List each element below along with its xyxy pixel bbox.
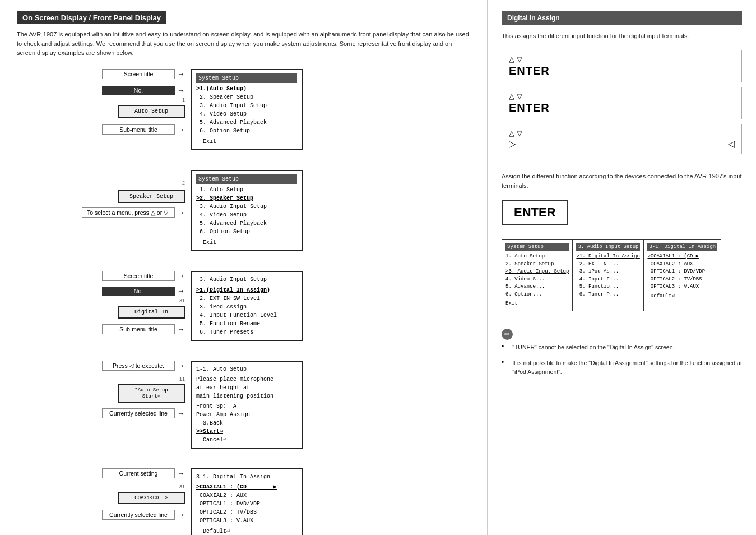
right-section-title: Digital In Assign [502,11,742,25]
nested-screen-2: 3. Audio Input Setup >1. Digital In Assi… [572,239,644,311]
ns1-l3: >3. Audio Input Setup [505,268,569,276]
screen5-line4: OPTICAL2 : TV/DBS [196,508,297,516]
ns2-l6: 6. Tuner P... [576,291,640,299]
left-panel: On Screen Display / Front Panel Display … [0,0,488,535]
screen5-default: Default⏎ [196,527,297,536]
screen-2: System Setup 1. Auto Setup >2. Speaker S… [191,170,303,251]
screen1-exit: Exit [196,137,297,146]
label-screen-title-1: Screen title [102,69,175,79]
screen2-header: System Setup [196,174,297,184]
ns2-l5: 5. Functio... [576,283,640,291]
ns1-l6: 6. Option... [505,291,569,299]
screen2-line3: 3. Audio Input Setup [196,202,297,211]
row5-screen: 3-1. Digital In Assign >COAXIAL1 : (CD ▶… [191,468,470,536]
ns3-default: Default⏎ [647,293,717,301]
divider-2 [502,320,742,320]
screen1-line2: 2. Speaker Setup [196,93,297,102]
screen1-line5: 5. Advanced Playback [196,118,297,127]
screen4-line7: >>Start⏎ [196,427,297,436]
row1-left: Screen title → No. → 1 Auto Setup [17,69,191,135]
row5-left: Current setting → 31 COAX1<CD > Currentl… [17,468,191,520]
step-2-box: △ ▽ ENTER [502,87,742,119]
screen4-line2: at ear height at [196,384,297,392]
label-press-exec: Press ◁ to execute. [102,361,175,371]
ns2-l3: 3. iPod As... [576,268,640,276]
right-panel: Digital In Assign This assigns the diffe… [488,0,756,535]
nested-screen-3: 3-1. Digital In Assign >COAXIAL1 : (CD ▶… [643,239,721,311]
notes-section: ✏ • "TUNER" cannot be selected on the "D… [502,329,742,380]
screen5-line5: OPTICAL3 : V.AUX [196,516,297,525]
label-screen-title-3: Screen title [102,271,175,281]
screen-1: System Setup >1.(Auto Setup) 2. Speaker … [191,69,303,150]
diagram-row-3: Screen title → No. → 31 Digital In Sub-m… [17,271,470,341]
ns2-l1: >1. Digital In Assign [576,253,640,261]
front-display-2: Speaker Setup [118,190,185,203]
diagram-row-4: Press ◁ to execute. → 11 *Auto Setup Sta… [17,361,470,449]
diagram-row-2: 2 Speaker Setup To select a menu, press … [17,170,470,251]
row3-screen: 3. Audio Input Setup >1.(Digital In Assi… [191,271,470,341]
ns1-exit: Exit [505,300,569,308]
label-no-1: No. [102,86,175,95]
ns3-l2: COAXIAL2 : AUX [647,261,717,269]
screen4-line3: main listening position [196,392,297,400]
screen4-line6: S.Back [196,419,297,427]
ns3-l3: OPTICAL1 : DVD/VDP [647,268,717,276]
screen5-line3: OPTICAL1 : DVD/VDP [196,500,297,508]
screen4-line1: Please place microphone [196,375,297,384]
label-currently-selected-4: Currently selected line [102,408,175,418]
row4-left: Press ◁ to execute. → 11 *Auto Setup Sta… [17,361,191,418]
ns3-l4: OPTICAL2 : TV/DBS [647,276,717,284]
ns2-l2: 2. EXT IN ... [576,261,640,269]
ns1-l4: 4. Video S... [505,276,569,284]
step2-key: ENTER [509,102,735,114]
screen3-line0: 3. Audio Input Setup [196,275,297,284]
label-currently-selected-5: Currently selected line [102,510,175,520]
step1-triangles: △ ▽ [509,55,735,63]
screen-3: 3. Audio Input Setup >1.(Digital In Assi… [191,271,303,341]
note-1: • "TUNER" cannot be selected on the "Dig… [502,343,742,355]
screen-5: 3-1. Digital In Assign >COAXIAL1 : (CD ▶… [191,468,303,536]
enter-key-large: ENTER [502,200,568,225]
screen2-exit: Exit [196,238,297,247]
screen4-line5: Power Amp Assign [196,411,297,419]
step3-back-icon: ◁ [728,139,735,149]
right-desc2: Assign the different function according … [502,172,742,191]
ns1-l1: 1. Auto Setup [505,253,569,261]
screen2-line4: 4. Video Setup [196,211,297,219]
screen1-line4: 4. Video Setup [196,110,297,118]
divider-1 [502,163,742,163]
screen3-line2: 2. EXT IN SW Level [196,294,297,303]
nested-screens: System Setup 1. Auto Setup 2. Speaker Se… [502,239,742,311]
screen3-line3: 3. iPod Assign [196,303,297,311]
note-2: • It is not possible to make the "Digita… [502,358,742,380]
screen3-line5: 5. Function Rename [196,320,297,328]
diagram-row-1: Screen title → No. → 1 Auto Setup [17,69,470,150]
screen1-line3: 3. Audio Input Setup [196,102,297,110]
note-icon: ✏ [502,329,513,340]
front-display-1: Auto Setup [118,105,185,118]
step1-key: ENTER [509,64,735,77]
ns2-header: 3. Audio Input Setup [576,243,640,252]
label-submenu-3: Sub-menu title [102,324,175,334]
ns2-l4: 4. Input Fi... [576,276,640,284]
instruction-2: To select a menu, press △ or ▽. [82,207,175,218]
label-submenu-1: Sub-menu title [102,124,175,135]
screen2-line1: 1. Auto Setup [196,186,297,194]
step-3-box: △ ▽ ▷ ◁ [502,124,742,154]
step3-triangles: △ ▽ [509,129,735,137]
intro-text: The AVR-1907 is equipped with an intuiti… [17,30,470,58]
screen2-line6: 6. Option Setup [196,228,297,236]
row1-screen: System Setup >1.(Auto Setup) 2. Speaker … [191,69,470,150]
row3-left: Screen title → No. → 31 Digital In Sub-m… [17,271,191,334]
ns1-l2: 2. Speaker Setup [505,261,569,269]
screen2-line2: >2. Speaker Setup [196,194,297,202]
step2-triangles: △ ▽ [509,92,735,100]
step3-play-icon: ▷ [509,139,516,149]
screen3-line4: 4. Input Function Level [196,311,297,320]
left-section-title: On Screen Display / Front Panel Display [17,11,166,24]
diagram-row-5: Current setting → 31 COAX1<CD > Currentl… [17,468,470,536]
nested-screen-1: System Setup 1. Auto Setup 2. Speaker Se… [502,239,573,311]
front-display-3: Digital In [118,306,185,319]
right-desc1: This assigns the different input functio… [502,31,742,41]
label-no-3: No. [102,287,175,296]
